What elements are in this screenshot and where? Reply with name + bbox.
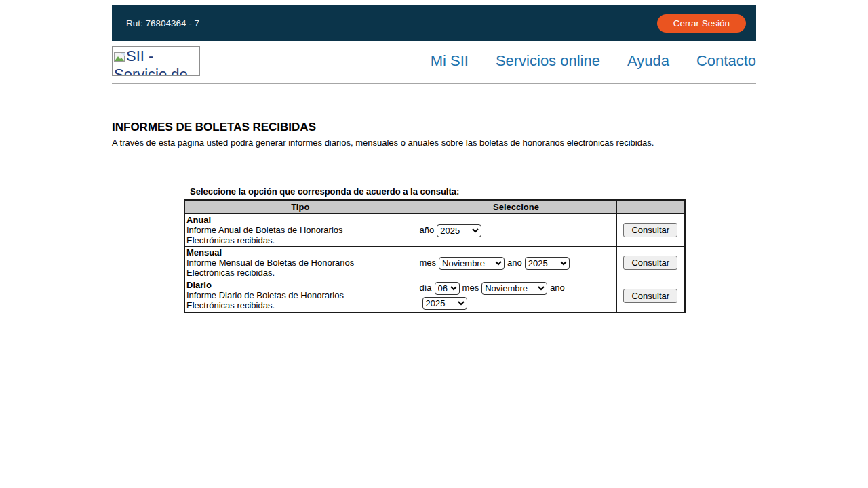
diario-month-label: mes	[462, 283, 479, 293]
diario-month-select[interactable]: Noviembre	[481, 282, 547, 295]
site-header: SII - Servicio de Mi SII Servicios onlin…	[112, 41, 756, 84]
main-content: INFORMES DE BOLETAS RECIBIDAS A través d…	[112, 121, 756, 313]
mensual-month-label: mes	[420, 258, 437, 268]
broken-image-icon	[114, 49, 125, 66]
anual-consultar-button[interactable]: Consultar	[623, 223, 677, 237]
table-row-mensual: Mensual Informe Mensual de Boletas de Ho…	[184, 247, 685, 279]
mensual-consultar-button[interactable]: Consultar	[623, 256, 677, 270]
table-header-row: Tipo Seleccione	[184, 200, 685, 214]
page-intro: A través de esta página usted podrá gene…	[112, 138, 756, 148]
table-row-anual: Anual Informe Anual de Boletas de Honora…	[184, 214, 685, 247]
consult-section: Seleccione la opción que corresponda de …	[184, 186, 684, 313]
nav-contacto[interactable]: Contacto	[696, 52, 756, 70]
mensual-month-select[interactable]: Noviembre	[439, 257, 505, 270]
anual-year-select[interactable]: 2025	[437, 224, 481, 237]
nav-mi-sii[interactable]: Mi SII	[431, 52, 469, 70]
report-options-table: Tipo Seleccione Anual Informe Anual de B…	[184, 199, 686, 313]
diario-consultar-button[interactable]: Consultar	[623, 289, 677, 303]
table-row-diario: Diario Informe Diario de Boletas de Hono…	[184, 279, 685, 313]
row-diario-type: Diario	[186, 280, 414, 290]
row-mensual-type: Mensual	[186, 247, 414, 258]
main-nav: Mi SII Servicios online Ayuda Contacto	[431, 52, 756, 70]
header-seleccione: Seleccione	[416, 200, 616, 214]
logout-button[interactable]: Cerrar Sesión	[657, 14, 746, 33]
nav-ayuda[interactable]: Ayuda	[627, 52, 669, 70]
row-anual-type: Anual	[186, 215, 414, 225]
diario-day-select[interactable]: 06	[435, 282, 460, 295]
anual-year-label: año	[420, 225, 435, 235]
row-anual-description: Informe Anual de Boletas de Honorarios E…	[186, 225, 380, 245]
diario-year-select[interactable]: 2025	[422, 297, 467, 310]
sii-logo-link[interactable]: SII - Servicio de	[112, 46, 200, 76]
rut-label: Rut: 76804364 - 7	[126, 18, 199, 28]
page-title: INFORMES DE BOLETAS RECIBIDAS	[112, 121, 756, 134]
page-container: Rut: 76804364 - 7 Cerrar Sesión SII - Se…	[112, 5, 756, 313]
header-tipo: Tipo	[184, 200, 416, 214]
table-caption: Seleccione la opción que corresponda de …	[184, 186, 684, 197]
section-divider	[112, 165, 756, 165]
nav-servicios-online[interactable]: Servicios online	[496, 52, 600, 70]
session-topbar: Rut: 76804364 - 7 Cerrar Sesión	[112, 5, 756, 41]
mensual-year-label: año	[507, 258, 522, 268]
mensual-year-select[interactable]: 2025	[525, 257, 570, 270]
diario-day-label: día	[420, 283, 432, 293]
row-diario-description: Informe Diario de Boletas de Honorarios …	[186, 290, 380, 310]
header-empty	[616, 200, 685, 214]
row-mensual-description: Informe Mensual de Boletas de Honorarios…	[186, 258, 380, 278]
diario-year-label: año	[550, 283, 565, 293]
